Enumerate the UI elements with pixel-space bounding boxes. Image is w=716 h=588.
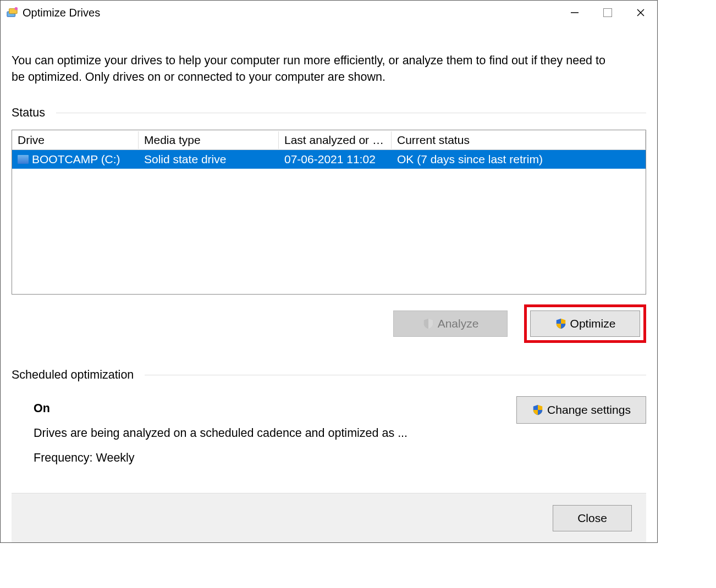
change-settings-label: Change settings — [547, 403, 631, 417]
cell-last: 07-06-2021 11:02 — [279, 152, 392, 167]
shield-icon — [422, 318, 434, 330]
maximize-button[interactable] — [591, 1, 624, 25]
drives-table-header[interactable]: Drive Media type Last analyzed or o... C… — [12, 130, 646, 150]
analyze-button: Analyze — [393, 310, 508, 337]
status-label: Status — [12, 106, 45, 120]
drive-name: BOOTCAMP (C:) — [32, 153, 120, 166]
close-label: Close — [577, 512, 607, 525]
optimize-button[interactable]: Optimize — [530, 310, 640, 337]
window-controls — [558, 1, 657, 25]
cell-drive: BOOTCAMP (C:) — [12, 152, 139, 167]
scheduled-section: Scheduled optimization On Drives are bei… — [12, 368, 646, 470]
col-media-header[interactable]: Media type — [139, 131, 279, 149]
app-icon — [6, 7, 18, 19]
table-row[interactable]: BOOTCAMP (C:) Solid state drive 07-06-20… — [12, 150, 646, 169]
titlebar: Optimize Drives — [1, 1, 657, 25]
drives-table[interactable]: Drive Media type Last analyzed or o... C… — [12, 130, 646, 295]
drive-icon — [18, 155, 29, 164]
scheduled-label: Scheduled optimization — [12, 368, 134, 382]
cell-media: Solid state drive — [139, 152, 279, 167]
cell-status: OK (7 days since last retrim) — [392, 152, 646, 167]
scheduled-section-header: Scheduled optimization — [12, 368, 646, 382]
optimize-drives-window: Optimize Drives You can optimize your dr… — [0, 0, 658, 543]
scheduled-body: On Drives are being analyzed on a schedu… — [12, 396, 646, 470]
divider — [145, 375, 646, 375]
scheduled-on: On — [34, 396, 500, 421]
col-drive-header[interactable]: Drive — [12, 131, 139, 149]
shield-icon — [555, 318, 567, 330]
scheduled-desc: Drives are being analyzed on a scheduled… — [34, 421, 500, 446]
scheduled-frequency: Frequency: Weekly — [34, 446, 500, 470]
close-window-button[interactable] — [624, 1, 657, 25]
divider — [56, 113, 646, 113]
minimize-button[interactable] — [558, 1, 591, 25]
intro-text: You can optimize your drives to help you… — [12, 52, 616, 85]
col-status-header[interactable]: Current status — [392, 131, 646, 149]
scheduled-text: On Drives are being analyzed on a schedu… — [12, 396, 500, 470]
window-title: Optimize Drives — [23, 7, 100, 19]
status-section-header: Status — [12, 106, 646, 120]
col-last-header[interactable]: Last analyzed or o... — [279, 131, 392, 149]
content-area: You can optimize your drives to help you… — [1, 25, 657, 542]
close-button[interactable]: Close — [553, 505, 632, 531]
analyze-label: Analyze — [438, 317, 479, 330]
action-buttons: Analyze Optimize — [12, 304, 646, 343]
shield-icon — [532, 404, 544, 416]
footer-bar: Close — [12, 493, 646, 542]
optimize-label: Optimize — [570, 317, 616, 330]
change-settings-button[interactable]: Change settings — [516, 396, 646, 424]
svg-point-2 — [15, 7, 18, 10]
optimize-highlight: Optimize — [524, 304, 646, 343]
